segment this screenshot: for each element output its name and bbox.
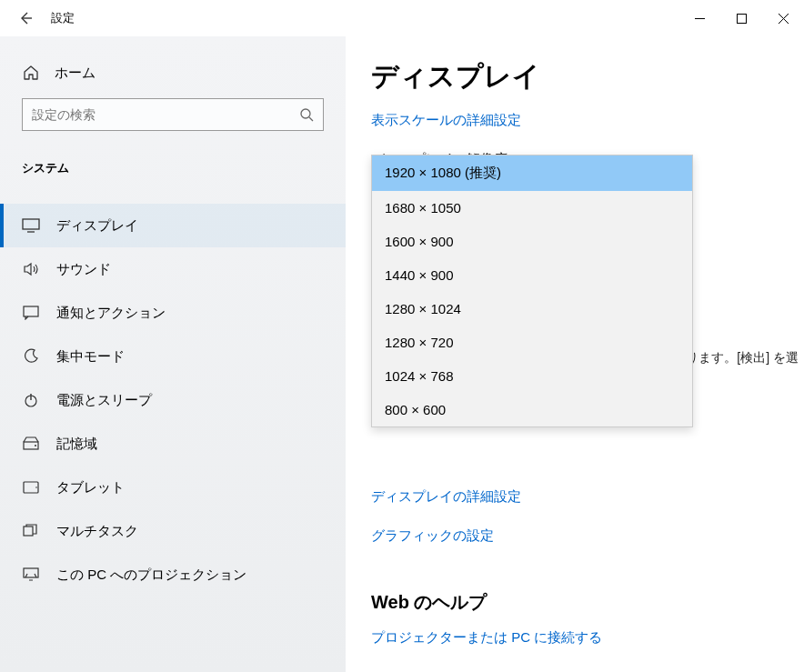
display-icon <box>22 216 40 235</box>
sidebar-item-label: ディスプレイ <box>56 217 138 235</box>
resolution-dropdown-list[interactable]: 1920 × 1080 (推奨) 1680 × 1050 1600 × 900 … <box>371 155 693 427</box>
sidebar-item-label: この PC へのプロジェクション <box>56 567 246 584</box>
resolution-option[interactable]: 1280 × 720 <box>372 326 692 359</box>
sidebar-item-label: 集中モード <box>56 348 125 366</box>
svg-point-1 <box>301 109 310 118</box>
resolution-option[interactable]: 1024 × 768 <box>372 359 692 393</box>
focus-icon <box>22 347 40 366</box>
window-controls <box>678 4 804 33</box>
behind-text-fragment: ります。[検出] を選 <box>686 350 799 366</box>
sidebar-item-notifications[interactable]: 通知とアクション <box>0 291 346 335</box>
sidebar-item-label: 電源とスリープ <box>56 392 152 409</box>
resolution-option[interactable]: 1600 × 900 <box>372 225 692 258</box>
sidebar-item-multitask[interactable]: マルチタスク <box>0 509 346 553</box>
search-box[interactable] <box>22 98 324 131</box>
main-container: ホーム システム ディスプレイ サウンド <box>0 36 804 672</box>
resolution-option[interactable]: 1280 × 1024 <box>372 292 692 326</box>
sidebar-item-focus[interactable]: 集中モード <box>0 335 346 378</box>
category-label: システム <box>0 145 346 186</box>
resolution-option[interactable]: 1440 × 900 <box>372 258 692 292</box>
sidebar-item-tablet[interactable]: タブレット <box>0 466 346 509</box>
resolution-option[interactable]: 1680 × 1050 <box>372 191 692 225</box>
page-title: ディスプレイ <box>371 58 777 95</box>
home-label: ホーム <box>55 65 95 82</box>
titlebar: 設定 <box>0 0 804 36</box>
multitask-icon <box>22 522 40 540</box>
svg-rect-9 <box>24 527 33 536</box>
svg-rect-2 <box>23 219 39 229</box>
nav-list: ディスプレイ サウンド 通知とアクション 集中モード <box>0 204 346 597</box>
link-projector-connect[interactable]: プロジェクターまたは PC に接続する <box>371 629 777 647</box>
web-help-heading: Web のヘルプ <box>371 590 777 615</box>
close-button[interactable] <box>762 4 804 33</box>
sidebar-item-sound[interactable]: サウンド <box>0 247 346 291</box>
svg-point-6 <box>35 445 36 446</box>
titlebar-left: 設定 <box>0 9 75 27</box>
svg-rect-3 <box>24 306 38 316</box>
sidebar-item-storage[interactable]: 記憶域 <box>0 422 346 466</box>
window-title: 設定 <box>51 10 75 26</box>
tablet-icon <box>22 478 40 496</box>
sidebar-item-power[interactable]: 電源とスリープ <box>0 378 346 422</box>
storage-icon <box>22 435 40 453</box>
sidebar-item-label: サウンド <box>56 261 111 278</box>
link-scaling-advanced[interactable]: 表示スケールの詳細設定 <box>371 112 777 129</box>
projection-icon <box>22 566 40 584</box>
resolution-option[interactable]: 1920 × 1080 (推奨) <box>372 155 692 191</box>
link-display-advanced[interactable]: ディスプレイの詳細設定 <box>371 488 777 506</box>
search-wrap <box>0 91 346 145</box>
back-button[interactable] <box>16 9 35 27</box>
minimize-icon <box>695 14 705 24</box>
home-link[interactable]: ホーム <box>0 55 346 91</box>
sidebar: ホーム システム ディスプレイ サウンド <box>0 36 346 672</box>
sidebar-item-display[interactable]: ディスプレイ <box>0 204 346 247</box>
notifications-icon <box>22 304 40 322</box>
power-icon <box>22 391 40 409</box>
maximize-button[interactable] <box>720 4 762 33</box>
content-area: ディスプレイ 表示スケールの詳細設定 ディスプレイの解像度 ります。[検出] を… <box>346 36 804 672</box>
sidebar-item-label: 記憶域 <box>56 436 97 453</box>
sound-icon <box>22 260 40 278</box>
search-icon <box>299 107 314 122</box>
svg-point-8 <box>35 486 37 488</box>
link-graphics-settings[interactable]: グラフィックの設定 <box>371 527 777 545</box>
minimize-button[interactable] <box>678 4 720 33</box>
close-icon <box>779 14 789 24</box>
maximize-icon <box>737 14 747 24</box>
arrow-left-icon <box>18 11 33 25</box>
sidebar-item-label: タブレット <box>56 479 125 496</box>
sidebar-item-label: マルチタスク <box>56 523 138 540</box>
search-input[interactable] <box>32 107 299 122</box>
sidebar-item-label: 通知とアクション <box>56 305 166 322</box>
home-icon <box>22 64 40 82</box>
resolution-option[interactable]: 800 × 600 <box>372 393 692 426</box>
sidebar-item-projection[interactable]: この PC へのプロジェクション <box>0 553 346 597</box>
svg-rect-0 <box>737 14 746 23</box>
